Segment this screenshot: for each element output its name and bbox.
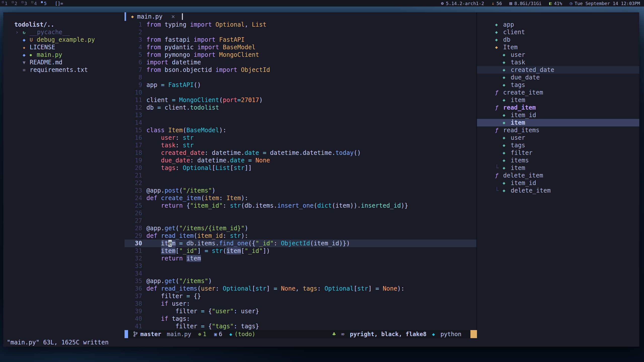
- code-line-25[interactable]: 25 return {"item_id": str(db.items.inser…: [125, 202, 476, 209]
- symbol-due_date[interactable]: ◈due_date: [477, 74, 639, 81]
- code-line-41[interactable]: 41 filter = {"tags": tags}: [125, 323, 476, 330]
- symbol-label: delete_item: [503, 172, 543, 179]
- tab-close-icon[interactable]: ×: [171, 13, 175, 20]
- symbol-read_items[interactable]: ƒread_items: [477, 126, 639, 134]
- code-line-16[interactable]: 16 user: str: [125, 134, 476, 142]
- code-line-19[interactable]: 19 due_date: datetime.date = None: [125, 157, 476, 164]
- symbol-client[interactable]: ◈client: [477, 28, 639, 36]
- symbol-user[interactable]: ◈user: [477, 134, 639, 142]
- code-line-26[interactable]: 26: [125, 209, 476, 217]
- code-line-29[interactable]: 29def read_item(item_id: str):: [125, 232, 476, 240]
- code-line-8[interactable]: 8: [125, 74, 476, 81]
- code-line-28[interactable]: 28@app.get("/items/{item_id}"): [125, 224, 476, 232]
- variable-icon: ◈: [495, 21, 503, 28]
- code-line-30[interactable]: 30 item = db.items.find_one({"_id": Obje…: [125, 240, 476, 247]
- code-line-14[interactable]: 14: [125, 119, 476, 126]
- symbol-Item[interactable]: ◆Item: [477, 43, 639, 51]
- code-line-4[interactable]: 4from pydantic import BaseModel: [125, 43, 476, 51]
- code-area[interactable]: 1from typing import Optional, List23from…: [125, 21, 476, 330]
- token: Item: [226, 195, 241, 202]
- line-text: from pymongo import MongoClient: [146, 51, 259, 59]
- code-line-21[interactable]: 21: [125, 172, 476, 179]
- workspace-tag-1[interactable]: 1: [4, 1, 8, 6]
- filetype-label: python: [440, 330, 461, 338]
- terminal-window: ◆ main.py × todolist/.. ›↻__pycache__◆Ud…: [3, 12, 639, 347]
- code-line-27[interactable]: 27: [125, 217, 476, 224]
- workspace-tag-3[interactable]: 3: [24, 1, 28, 6]
- symbol-tags[interactable]: ◈tags: [477, 81, 639, 89]
- token: List: [252, 21, 266, 28]
- code-line-9[interactable]: 9app = FastAPI(): [125, 81, 476, 89]
- code-line-6[interactable]: 6import datetime: [125, 59, 476, 66]
- code-line-13[interactable]: 13: [125, 111, 476, 119]
- code-line-37[interactable]: 37 filter = {}: [125, 292, 476, 300]
- symbol-delete_item[interactable]: └◈delete_item: [477, 187, 639, 194]
- token: import: [216, 66, 241, 73]
- code-line-7[interactable]: 7from bson.objectid import ObjectId: [125, 66, 476, 74]
- code-line-1[interactable]: 1from typing import Optional, List: [125, 21, 476, 28]
- code-line-35[interactable]: 35@app.get("/items"): [125, 277, 476, 285]
- symbol-filter[interactable]: ◈filter: [477, 149, 639, 157]
- line-number: 14: [125, 119, 142, 126]
- code-line-11[interactable]: 11client = MongoClient(port=27017): [125, 96, 476, 104]
- token: "_id": [256, 240, 274, 247]
- file-tree-item-__pycache__[interactable]: ›↻__pycache__: [3, 28, 125, 36]
- code-line-38[interactable]: 38 if user:: [125, 300, 476, 307]
- code-line-5[interactable]: 5from pymongo import MongoClient: [125, 51, 476, 59]
- line-text: task: str: [146, 142, 194, 149]
- file-tree-root[interactable]: todolist/..: [3, 21, 125, 28]
- workspace-tag-2[interactable]: 2: [14, 1, 18, 6]
- code-line-33[interactable]: 33: [125, 262, 476, 270]
- code-line-39[interactable]: 39 filter = {"user": user}: [125, 307, 476, 315]
- code-line-3[interactable]: 3from fastapi import FastAPI: [125, 36, 476, 43]
- symbol-items[interactable]: ◈items: [477, 157, 639, 164]
- symbol-tags[interactable]: ◈tags: [477, 142, 639, 149]
- symbol-user[interactable]: ◈user: [477, 51, 639, 59]
- code-line-12[interactable]: 12db = client.todolist: [125, 104, 476, 111]
- symbol-app[interactable]: ◈app: [477, 21, 639, 28]
- symbol-item[interactable]: └◈item: [477, 164, 639, 172]
- code-line-40[interactable]: 40 if tags:: [125, 315, 476, 323]
- code-line-34[interactable]: 34: [125, 270, 476, 277]
- code-line-31[interactable]: 31 item["_id"] = str(item["_id"]): [125, 247, 476, 255]
- code-line-23[interactable]: 23@app.post("/items"): [125, 187, 476, 194]
- file-tree-item-debug_example.py[interactable]: ◆Udebug_example.py: [3, 36, 125, 43]
- code-line-15[interactable]: 15class Item(BaseModel):: [125, 126, 476, 134]
- symbol-db[interactable]: ◈db: [477, 36, 639, 43]
- file-tree-item-LICENSE[interactable]: ★LICENSE: [3, 43, 125, 51]
- symbol-item_id[interactable]: ◈item_id: [477, 111, 639, 119]
- code-line-24[interactable]: 24def create_item(item: Item):: [125, 194, 476, 202]
- symbol-read_item[interactable]: ƒread_item: [477, 104, 639, 111]
- symbol-item[interactable]: └◈item: [477, 119, 639, 126]
- symbol-item_id[interactable]: ◈item_id: [477, 179, 639, 187]
- symbol-created_date[interactable]: ◈created_date: [477, 66, 639, 74]
- layout-indicator[interactable]: []=: [55, 1, 63, 6]
- code-line-20[interactable]: 20 tags: Optional[List[str]]: [125, 164, 476, 172]
- code-line-17[interactable]: 17 task: str: [125, 142, 476, 149]
- symbol-item[interactable]: ◈item: [477, 96, 639, 104]
- symbol-label: user: [511, 51, 525, 59]
- file-tree-item-main.py[interactable]: ◆●main.py: [3, 51, 125, 59]
- symbol-create_item[interactable]: ƒcreate_item: [477, 89, 639, 96]
- workspace-tag-4[interactable]: 4: [33, 1, 38, 6]
- file-tree-item-requirements.txt[interactable]: ≡requirements.txt: [3, 66, 125, 74]
- linters-label: pyright, black, flake8: [350, 330, 427, 338]
- line-text: filter = {"tags": tags}: [146, 323, 259, 330]
- workspace-tag-5[interactable]: 5: [43, 1, 47, 6]
- tab-main-py[interactable]: ◆ main.py ×: [126, 12, 180, 21]
- code-line-10[interactable]: 10: [125, 89, 476, 96]
- token: return: [161, 255, 186, 262]
- code-line-2[interactable]: 2: [125, 28, 476, 36]
- symbol-task[interactable]: ◈task: [477, 59, 639, 66]
- code-line-22[interactable]: 22: [125, 179, 476, 187]
- code-line-36[interactable]: 36def read_items(user: Optional[str] = N…: [125, 285, 476, 292]
- file-tree-item-README.md[interactable]: ▼README.md: [3, 59, 125, 66]
- token: :: [216, 285, 223, 292]
- code-line-18[interactable]: 18 created_date: datetime.date = datetim…: [125, 149, 476, 157]
- symbol-delete_item[interactable]: ƒdelete_item: [477, 172, 639, 179]
- line-text: due_date: datetime.date = None: [146, 157, 270, 164]
- command-line-message[interactable]: "main.py" 63L, 1625C written: [3, 338, 639, 347]
- token: [146, 315, 161, 322]
- code-line-32[interactable]: 32 return item: [125, 255, 476, 262]
- token: def: [146, 195, 161, 202]
